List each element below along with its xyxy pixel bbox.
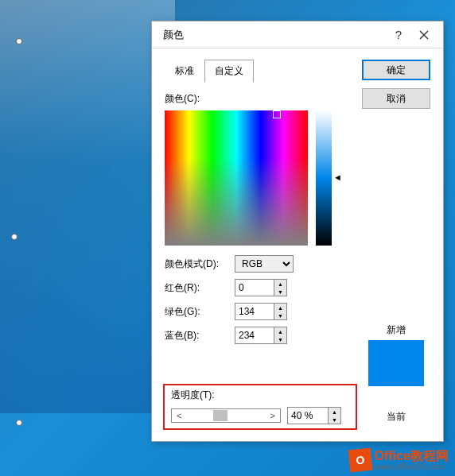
ok-button[interactable]: 确定	[362, 60, 430, 80]
red-label: 红色(R):	[165, 281, 235, 295]
watermark-url: www.office26.com	[375, 462, 449, 471]
tab-custom[interactable]: 自定义	[204, 60, 254, 83]
slider-thumb[interactable]	[213, 410, 228, 421]
red-input[interactable]	[235, 279, 274, 296]
help-icon[interactable]: ?	[386, 25, 411, 45]
red-spinner[interactable]: ▲▼	[274, 279, 287, 296]
tabs: 标准 自定义	[165, 60, 354, 83]
color-dialog: 颜色 ? 标准 自定义 颜色(C): 颜色模式(D): RGB	[151, 21, 444, 442]
lightness-slider[interactable]	[316, 110, 332, 246]
green-input[interactable]	[235, 303, 274, 320]
watermark-brand: Office教程网	[375, 450, 449, 462]
color-label: 颜色(C):	[165, 92, 354, 106]
transparency-spinner[interactable]: ▲▼	[329, 407, 341, 424]
new-color-swatch	[368, 340, 424, 386]
mode-label: 颜色模式(D):	[165, 257, 235, 271]
tab-standard[interactable]: 标准	[165, 60, 204, 83]
transparency-label: 透明度(T):	[171, 389, 349, 402]
cancel-button[interactable]: 取消	[362, 88, 430, 109]
blue-label: 蓝色(B):	[165, 329, 235, 342]
transparency-input[interactable]	[287, 407, 329, 424]
blue-spinner[interactable]: ▲▼	[274, 327, 287, 344]
transparency-slider[interactable]: < >	[171, 408, 281, 423]
watermark-logo-icon: O	[348, 448, 372, 473]
watermark: O Office教程网 www.office26.com	[349, 449, 449, 471]
new-color-label: 新增	[362, 323, 430, 337]
color-spectrum[interactable]	[165, 110, 308, 246]
mode-select[interactable]: RGB	[235, 255, 294, 273]
green-spinner[interactable]: ▲▼	[274, 303, 287, 320]
dialog-title: 颜色	[163, 28, 386, 42]
close-icon[interactable]	[411, 25, 437, 45]
selection-handle[interactable]	[11, 234, 18, 240]
current-color-label: 当前	[362, 410, 430, 424]
slider-right-arrow-icon[interactable]: >	[270, 411, 275, 420]
titlebar: 颜色 ?	[152, 21, 443, 48]
blue-input[interactable]	[235, 327, 274, 344]
selection-handle[interactable]	[16, 38, 22, 45]
green-label: 绿色(G):	[165, 305, 235, 319]
selection-handle[interactable]	[16, 420, 22, 426]
transparency-highlight: 透明度(T): < > ▲▼	[163, 384, 357, 430]
